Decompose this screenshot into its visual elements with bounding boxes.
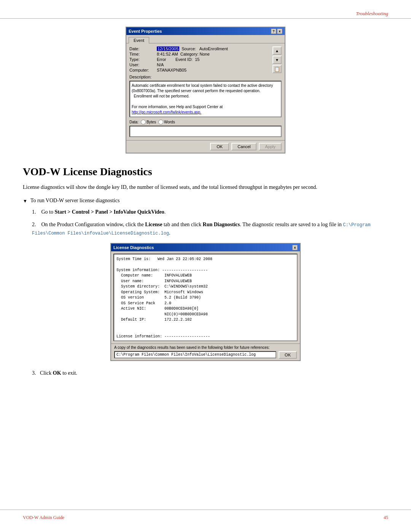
- description-text: Automatic certificate enrollment for loc…: [132, 83, 279, 115]
- footer-left: VOD-W Admin Guide: [23, 515, 64, 521]
- bytes-radio[interactable]: [141, 120, 146, 125]
- ok-button[interactable]: OK: [210, 143, 229, 150]
- event-tab[interactable]: Event: [129, 37, 149, 43]
- license-content-area: System Time is: Wed Jan 23 22:05:02 2008…: [113, 254, 298, 341]
- dialog-tabs: Event: [126, 35, 285, 43]
- step-2-bold2: Run Diagnostics: [203, 222, 240, 227]
- user-value: N/A: [157, 62, 270, 67]
- date-label: Date:: [129, 46, 157, 51]
- bullet-item: ▼ To run VOD-W server license diagnostic…: [23, 198, 388, 204]
- step-2: 2. On the Product Configuration window, …: [32, 220, 388, 238]
- step-3-end: to exit.: [61, 370, 77, 376]
- date-highlight: 12/15/2005: [157, 46, 179, 51]
- data-row: Data: Bytes Words: [129, 120, 282, 125]
- step-1: 1. Go to Start > Control > Panel > InfoV…: [32, 208, 388, 216]
- dialog-body: Date: 12/15/2005 Source: AutoEnrollment …: [126, 43, 285, 140]
- step-1-num: 1.: [32, 209, 40, 215]
- field-type: Type: Error Event ID: 15: [129, 57, 270, 62]
- step-3: 3. Click OK to exit.: [32, 370, 388, 376]
- field-user: User: N/A: [129, 62, 270, 67]
- breadcrumb: Troubleshooting: [356, 11, 388, 17]
- computer-value: STANAXPNB05: [157, 68, 270, 72]
- dialog-titlebar: Event Properties ? x: [126, 27, 285, 35]
- footer-right: 45: [384, 515, 388, 521]
- license-dialog-wrapper: License Diagnostics x System Time is: We…: [23, 243, 388, 361]
- computer-label: Computer:: [129, 68, 157, 72]
- numbered-list: 1. Go to Start > Control > Panel > InfoV…: [32, 208, 388, 237]
- step-2-bold1: License: [145, 222, 162, 227]
- description-label: Description:: [129, 75, 282, 79]
- data-label: Data:: [129, 120, 139, 124]
- header-line: [0, 18, 411, 19]
- dialog-right-buttons: ▲ ▼ 📋: [272, 46, 282, 73]
- field-computer: Computer: STANAXPNB05: [129, 68, 270, 72]
- help-link[interactable]: http://go.microsoft.com/fwlink/events.as…: [132, 110, 201, 114]
- time-value: 8:41:52 AM Category: None: [157, 52, 270, 56]
- date-value: 12/15/2005 Source: AutoEnrollment: [157, 46, 270, 51]
- field-date: Date: 12/15/2005 Source: AutoEnrollment: [129, 46, 270, 51]
- footer-line: [0, 510, 411, 510]
- event-dialog-wrapper: Event Properties ? x Event Date: 12/15/2…: [23, 27, 388, 153]
- description-box: Automatic certificate enrollment for loc…: [129, 81, 282, 117]
- bytes-radio-label[interactable]: Bytes: [141, 120, 156, 125]
- user-label: User:: [129, 62, 157, 67]
- step-2-path: C:\Program Files\Common Files\infovalue\…: [32, 222, 370, 236]
- license-footer-bar: A copy of the diagnostics results has be…: [111, 343, 300, 360]
- bullet-text: To run VOD-W server license diagnostics: [30, 198, 120, 204]
- dialog-title: Event Properties: [129, 29, 162, 34]
- license-content-text: System Time is: Wed Jan 23 22:05:02 2008…: [116, 257, 295, 341]
- section-title: VOD-W License Diagnostics: [23, 166, 388, 178]
- license-titlebar: License Diagnostics x: [111, 244, 300, 251]
- dialog-close-btn[interactable]: x: [277, 29, 282, 34]
- page-content: Event Properties ? x Event Date: 12/15/2…: [23, 23, 388, 505]
- license-close-btn[interactable]: x: [292, 245, 298, 250]
- event-properties-dialog: Event Properties ? x Event Date: 12/15/2…: [126, 27, 285, 153]
- license-diagnostics-dialog: License Diagnostics x System Time is: We…: [110, 243, 301, 361]
- step-3-ok: OK: [53, 370, 61, 376]
- step-1-bold: Start > Control > Panel > InfoValue Quic…: [55, 209, 164, 215]
- section-intro: License diagnostics will show the dongle…: [23, 183, 388, 192]
- step-2-num: 2.: [32, 222, 40, 227]
- dialog-titlebar-buttons: ? x: [271, 29, 282, 34]
- bullet-triangle: ▼: [23, 198, 27, 204]
- dialog-bottom-buttons: OK Cancel Apply: [126, 140, 285, 153]
- license-path-row: C:\Program Files\Common Files\InfoValue\…: [114, 351, 297, 359]
- words-radio-label[interactable]: Words: [158, 120, 175, 125]
- dialog-help-btn[interactable]: ?: [271, 29, 276, 34]
- type-label: Type:: [129, 57, 157, 62]
- footer: VOD-W Admin Guide 45: [23, 515, 388, 521]
- field-time: Time: 8:41:52 AM Category: None: [129, 52, 270, 56]
- copy-btn[interactable]: 📋: [272, 65, 282, 73]
- apply-button[interactable]: Apply: [259, 143, 282, 150]
- license-path-box: C:\Program Files\Common Files\InfoValue\…: [114, 351, 276, 358]
- license-footer-text: A copy of the diagnostics results has be…: [114, 345, 297, 350]
- step-3-text: Click: [40, 370, 53, 376]
- cancel-button[interactable]: Cancel: [231, 143, 256, 150]
- data-area: [129, 126, 282, 137]
- time-label: Time:: [129, 52, 157, 56]
- license-ok-btn[interactable]: OK: [279, 351, 297, 359]
- license-dialog-title: License Diagnostics: [113, 245, 154, 250]
- down-btn[interactable]: ▼: [272, 56, 282, 64]
- up-btn[interactable]: ▲: [272, 46, 282, 55]
- type-value: Error Event ID: 15: [157, 57, 270, 62]
- words-radio[interactable]: [158, 120, 163, 125]
